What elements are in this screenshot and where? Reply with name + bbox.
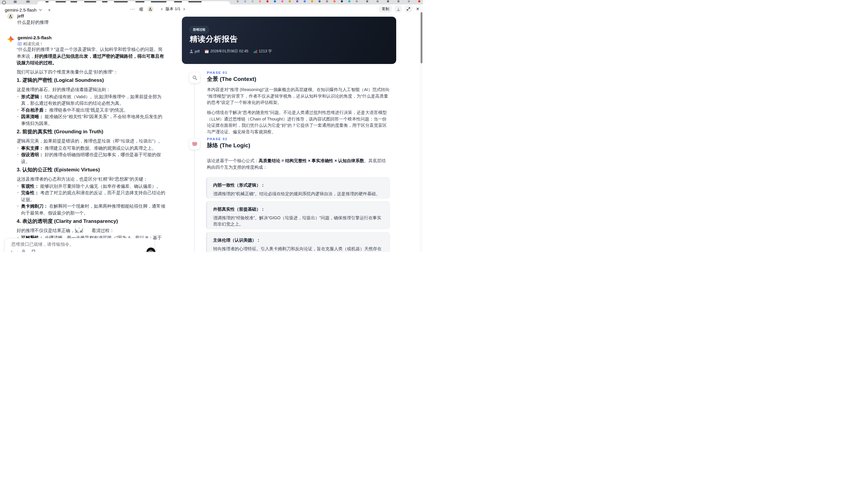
url-text-fragment xyxy=(136,1,144,2)
phase-title: 全景 (The Context) xyxy=(207,75,256,83)
logic-card-title: 内部一致性（形式逻辑）： xyxy=(213,182,386,188)
browser-chrome xyxy=(0,0,423,4)
new-chat-button[interactable]: + xyxy=(48,7,51,13)
url-text-fragment xyxy=(46,1,49,2)
phase-label: PHASE 02 xyxy=(207,137,227,141)
composer-input[interactable]: 思维接口已就绪，请传输指令。 xyxy=(11,241,74,247)
logic-card-title: 主体伦理（认识美德）： xyxy=(213,237,386,244)
gems-icon[interactable] xyxy=(21,250,26,252)
scrollbar-thumb[interactable] xyxy=(421,12,422,64)
section-heading: 3. 认知的公正性 (Epistemic Virtues) xyxy=(17,166,165,174)
extension-icon[interactable] xyxy=(289,0,291,2)
copy-button[interactable]: 复制 xyxy=(378,5,392,13)
extension-icon[interactable] xyxy=(259,0,261,2)
extension-icon[interactable] xyxy=(387,0,389,2)
logic-card-body: 强调推理的“机械正确”。结论必须在给定的规则系统内逻辑自洽，这是推理的硬件基础。 xyxy=(213,191,380,196)
extension-icon[interactable] xyxy=(304,0,306,2)
url-text-fragment xyxy=(189,1,201,2)
extension-icon[interactable] xyxy=(341,0,343,2)
browser-tab[interactable] xyxy=(37,1,230,4)
extension-icon[interactable] xyxy=(237,0,239,2)
book-icon xyxy=(18,42,22,46)
extension-icon[interactable] xyxy=(408,0,410,2)
list-item: 客观性：能够识别并尽量排除个人偏见（如幸存者偏差、确认偏差）。 xyxy=(17,183,165,190)
extension-icon[interactable] xyxy=(333,0,335,2)
timeline-line xyxy=(194,150,195,252)
extension-icon[interactable] xyxy=(311,0,313,2)
bookmark-icon[interactable] xyxy=(32,250,35,252)
brain-icon xyxy=(192,142,197,146)
version-prev-button[interactable]: ‹ xyxy=(161,6,162,11)
section-intro: 好的推理不仅仅是结果正确，更要看清过程： xyxy=(17,227,165,234)
report-author: jeff xyxy=(195,49,199,54)
scrollbar-track[interactable] xyxy=(420,4,423,252)
attach-plus-button[interactable]: + xyxy=(10,250,13,252)
section-heading: 4. 表达的透明度 (Clarity and Transparency) xyxy=(17,218,165,225)
paragraph: 我们可以从以下四个维度来衡量什么是“好的推理”： xyxy=(17,69,165,76)
extension-icon[interactable] xyxy=(398,0,400,2)
extension-icon[interactable] xyxy=(281,0,283,2)
scroll-to-bottom-button[interactable]: ↓ xyxy=(75,224,83,231)
list-item: 完备性：考虑了对立的观点和潜在的反证，而不是只选择支持自己结论的证据。 xyxy=(17,190,165,203)
extension-icon[interactable] xyxy=(251,0,253,2)
version-label: 版本 1/1 xyxy=(165,6,180,12)
list-item: 形式逻辑：结构必须有效（Valid）。比如演绎推理中，如果前提全部为真，那么通过… xyxy=(17,93,165,107)
version-next-button[interactable]: › xyxy=(183,6,185,11)
section-heading: 2. 前提的真实性 (Grounding in Truth) xyxy=(17,128,165,136)
extension-icon[interactable] xyxy=(266,0,268,2)
browser-back-icon[interactable] xyxy=(2,1,6,4)
report-hero-card: 思维过程 精读分析报告 jeff 2026年01月08日 02:45 1213 … xyxy=(182,17,396,64)
extension-icon[interactable] xyxy=(296,0,298,2)
logic-card-title: 外部真实性（前提基础）： xyxy=(213,206,386,213)
report-date: 2026年01月08日 02:45 xyxy=(210,49,248,54)
extension-icon[interactable] xyxy=(318,0,321,2)
list-item: 事实支撑：推理建立在可靠的数据、准确的观测或公认的真理之上。 xyxy=(17,145,165,152)
list-item: 假设透明：好的推理会明确指明哪些是已知事实，哪些是基于可能的假设。 xyxy=(17,151,165,165)
expand-button[interactable] xyxy=(405,5,412,13)
list-item: 奥卡姆剃刀：在解释同一个现象时，如果两种推理都能站得住脚，通常倾向于最简单、假设… xyxy=(17,203,165,216)
bullet-list: 事实支撑：推理建立在可靠的数据、准确的观测或公认的真理之上。 假设透明：好的推理… xyxy=(17,145,165,165)
logic-card-body: 转向推理者的心理特征。引入奥卡姆剃刀和反向论证，旨在克服人类（或机器）天然存在的… xyxy=(213,246,382,252)
logic-card: 内部一致性（形式逻辑）： 强调推理的“机械正确”。结论必须在给定的规则系统内逻辑… xyxy=(206,177,390,198)
report-meta: jeff 2026年01月08日 02:45 1213 字 xyxy=(190,49,272,54)
phase-paragraph: 本内容是对“推理 (Reasoning)”这一抽象概念的高层建模。在知识爆炸与人… xyxy=(207,87,390,106)
report-title: 精读分析报告 xyxy=(190,34,238,44)
extension-icon[interactable] xyxy=(348,0,350,2)
bullet-list: 客观性：能够识别并尽量排除个人偏见（如幸存者偏差、确认偏差）。 完备性：考虑了对… xyxy=(17,183,165,217)
more-options-button[interactable]: ⋯ xyxy=(130,7,135,12)
voice-input-button[interactable] xyxy=(146,248,155,252)
bullet-list: 形式逻辑：结构必须有效（Valid）。比如演绎推理中，如果前提全部为真，那么通过… xyxy=(17,93,165,127)
extension-icon[interactable] xyxy=(356,0,358,2)
section-intro: 这是推理的基石。好的推理必须遵循逻辑法则： xyxy=(17,86,165,93)
gemini-star-icon xyxy=(7,35,15,43)
magnifier-icon xyxy=(192,75,197,80)
extension-icon[interactable] xyxy=(326,0,328,2)
extension-icon[interactable] xyxy=(244,0,246,2)
composer[interactable]: 思维接口已就绪，请传输指令。 + xyxy=(4,238,155,252)
assistant-name: gemini-2.5-flash xyxy=(18,35,52,40)
list-item: 不自相矛盾：推理链条中不能出现“既是又非”的情况。 xyxy=(17,107,165,114)
user-avatar[interactable] xyxy=(147,6,153,12)
extension-icon[interactable] xyxy=(376,0,378,2)
browser-menu-icon[interactable] xyxy=(26,1,30,3)
extension-icon[interactable] xyxy=(418,0,420,2)
tune-icon[interactable] xyxy=(139,7,143,12)
phase-paragraph: 核心情境在于解决“思考的随意性”问题。不论是人类通过批判性思维进行决策，还是大语… xyxy=(207,109,390,135)
extension-icon[interactable] xyxy=(366,0,368,2)
download-button[interactable]: ↓ xyxy=(394,5,402,13)
list-item: 因果清晰：能准确区分“相关性”和“因果关系”，不会轻率地将先后发生的事情归为因果… xyxy=(17,113,165,127)
user-icon xyxy=(190,49,193,53)
url-text-fragment xyxy=(114,1,128,2)
extension-icon[interactable] xyxy=(274,0,276,2)
logic-card: 外部真实性（前提基础）： 强调推理的“经验校准”。解决“GIGO（垃圾进，垃圾出… xyxy=(206,201,390,229)
timeline-line xyxy=(194,83,195,138)
user-name: jeff xyxy=(17,13,24,18)
section-heading: 1. 逻辑的严密性 (Logical Soundness) xyxy=(17,77,165,84)
divider xyxy=(17,250,18,252)
report-badge: 思维过程 xyxy=(190,26,209,33)
url-text-fragment xyxy=(56,1,66,2)
expand-icon xyxy=(407,7,410,11)
browser-apps-icon[interactable] xyxy=(14,1,17,3)
chevron-down-icon[interactable] xyxy=(39,9,42,11)
model-selector[interactable]: gemini-2.5-flash xyxy=(5,7,37,13)
